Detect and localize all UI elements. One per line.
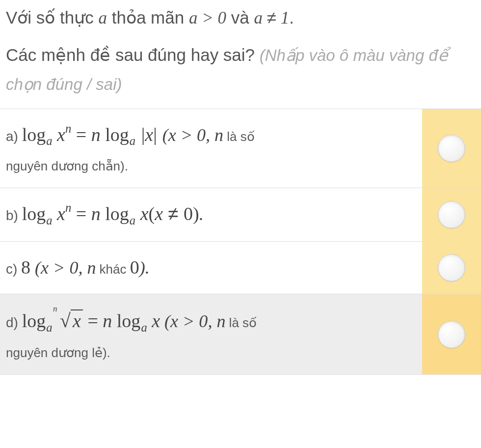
radio-icon — [438, 135, 465, 162]
option-text-b: b) loga xn = n loga x(x ≠ 0). — [0, 188, 422, 241]
option-math-b: loga xn = n loga x(x ≠ 0) — [22, 203, 199, 224]
option-text-d: d) loga n√x = n loga x (x > 0, n là số n… — [0, 294, 422, 374]
intro-cond1: a > 0 — [189, 8, 226, 28]
options-list: a) loga xn = n loga |x| (x > 0, n là số … — [0, 109, 481, 375]
option-row-a: a) loga xn = n loga |x| (x > 0, n là số … — [0, 109, 481, 188]
intro-and: và — [226, 8, 254, 27]
option-label-b: b) — [6, 208, 22, 223]
radio-icon — [438, 201, 465, 228]
cond-c: x > 0 — [41, 258, 78, 278]
question-intro: Với số thực a thỏa mãn a > 0 và a ≠ 1. — [0, 0, 481, 31]
option-math-a: loga xn = n loga |x| — [22, 124, 158, 145]
sub-instruction: Các mệnh đề sau đúng hay sai? (Nhấp vào … — [0, 31, 481, 109]
intro-period: . — [289, 8, 294, 27]
option-text-c: c) 8 (x > 0, n khác 0). — [0, 242, 422, 294]
intro-cond2: a ≠ 1 — [254, 8, 289, 28]
intro-mid: thỏa mãn — [107, 8, 189, 27]
option-row-b: b) loga xn = n loga x(x ≠ 0). — [0, 188, 481, 241]
option-label-a: a) — [6, 129, 22, 144]
radio-icon — [438, 321, 465, 348]
note-a2: nguyên dương chẵn). — [6, 159, 128, 173]
cond-d: x > 0 — [170, 311, 208, 331]
abs-x-icon: |x| — [140, 124, 158, 145]
nth-root-icon: n√x — [57, 302, 83, 339]
option-math-c: 8 — [21, 257, 30, 278]
option-row-d: d) loga n√x = n loga x (x > 0, n là số n… — [0, 294, 481, 375]
answer-cell-c[interactable] — [422, 242, 481, 294]
cond-a: x > 0 — [168, 125, 206, 145]
answer-cell-b[interactable] — [422, 188, 481, 241]
option-row-c: c) 8 (x > 0, n khác 0). — [0, 241, 481, 294]
radio-icon — [438, 254, 465, 281]
intro-pre: Với số thực — [6, 8, 98, 27]
intro-a: a — [98, 8, 107, 28]
option-label-c: c) — [6, 261, 21, 277]
sub-main: Các mệnh đề sau đúng hay sai? — [6, 45, 260, 64]
answer-cell-d[interactable] — [422, 294, 481, 374]
option-text-a: a) loga xn = n loga |x| (x > 0, n là số … — [0, 109, 422, 188]
note-d2: nguyên dương lẻ). — [6, 345, 110, 360]
option-label-d: d) — [6, 315, 22, 330]
answer-cell-a[interactable] — [422, 109, 481, 188]
option-math-d: loga n√x = n loga x — [22, 310, 160, 331]
